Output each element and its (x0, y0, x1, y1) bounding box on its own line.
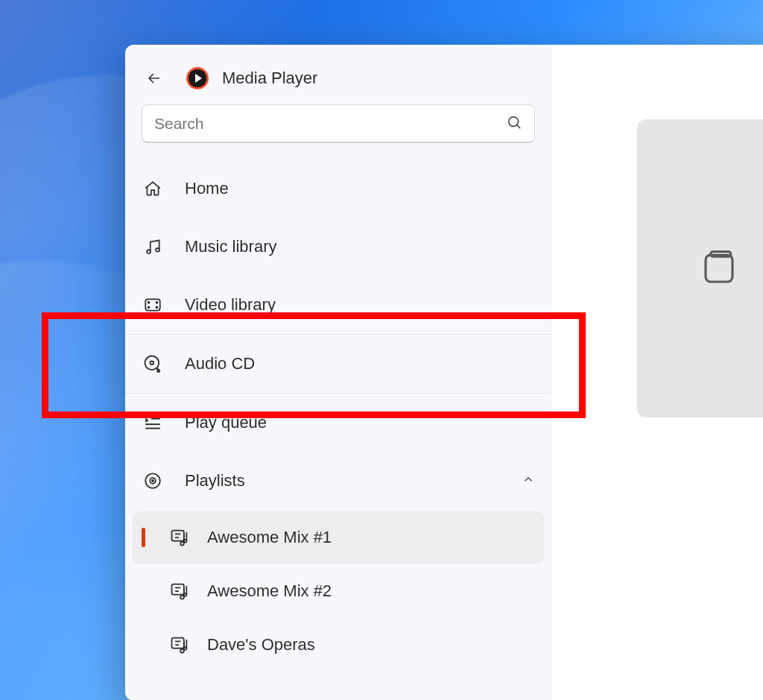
back-button[interactable] (142, 66, 167, 91)
nav-video-library[interactable]: Video library (125, 276, 551, 334)
search-input[interactable] (154, 115, 506, 133)
nav-list: Home Music library Video library (125, 160, 551, 672)
nav-label: Music library (185, 237, 276, 256)
arrow-left-icon (145, 69, 163, 87)
svg-point-0 (509, 116, 519, 126)
svg-point-21 (180, 649, 184, 653)
playlist-icon (168, 527, 191, 548)
playlist-label: Dave's Operas (207, 635, 315, 655)
window-header: Media Player (125, 66, 551, 104)
media-player-window: Media Player Home (125, 45, 763, 700)
disc-icon (142, 353, 164, 374)
playlist-item[interactable]: Awesome Mix #2 (133, 565, 544, 617)
nav-label: Video library (185, 295, 276, 315)
music-note-icon (142, 237, 164, 256)
svg-point-13 (152, 480, 153, 482)
svg-point-6 (156, 302, 157, 303)
svg-rect-14 (172, 531, 184, 541)
album-placeholder (637, 119, 764, 417)
playlist-icon (168, 634, 191, 655)
playlist-item[interactable]: Awesome Mix #1 (133, 511, 544, 564)
playlist-item[interactable]: Dave's Operas (133, 619, 544, 671)
app-title: Media Player (222, 69, 317, 88)
search-icon (506, 114, 522, 133)
chevron-up-icon (522, 471, 535, 491)
playlist-icon (168, 581, 191, 602)
content-pane (551, 45, 763, 700)
nav-home[interactable]: Home (125, 160, 551, 218)
nav-label: Playlists (185, 471, 245, 491)
queue-icon (142, 413, 164, 432)
album-icon (699, 248, 739, 288)
svg-point-9 (151, 362, 154, 365)
nav-label: Audio CD (185, 354, 255, 373)
svg-point-5 (148, 306, 150, 308)
svg-rect-23 (706, 255, 732, 282)
svg-point-18 (180, 596, 184, 599)
nav-label: Home (185, 179, 229, 198)
svg-point-10 (157, 370, 159, 372)
playlist-label: Awesome Mix #1 (207, 528, 332, 547)
svg-rect-20 (172, 638, 184, 649)
sidebar: Media Player Home (125, 45, 551, 700)
nav-music-library[interactable]: Music library (125, 218, 551, 276)
svg-point-15 (180, 542, 184, 546)
app-icon (186, 67, 209, 89)
desktop-wallpaper: Media Player Home (0, 0, 763, 700)
home-icon (142, 179, 164, 198)
nav-audio-cd[interactable]: Audio CD (125, 335, 551, 393)
svg-rect-17 (172, 584, 184, 595)
svg-point-1 (147, 250, 151, 253)
svg-point-19 (184, 593, 187, 596)
svg-point-2 (156, 248, 159, 252)
svg-rect-3 (145, 299, 160, 310)
playlist-list: Awesome Mix #1Awesome Mix #2Dave's Opera… (125, 510, 551, 672)
search-box[interactable] (142, 104, 535, 143)
svg-point-4 (148, 302, 150, 303)
video-icon (142, 295, 164, 315)
svg-point-7 (156, 306, 157, 308)
nav-label: Play queue (185, 413, 267, 432)
svg-point-16 (184, 540, 187, 543)
svg-point-22 (184, 647, 187, 650)
nav-play-queue[interactable]: Play queue (125, 394, 551, 452)
playlists-icon (142, 471, 164, 491)
nav-playlists[interactable]: Playlists (125, 452, 551, 510)
playlist-label: Awesome Mix #2 (207, 581, 332, 601)
